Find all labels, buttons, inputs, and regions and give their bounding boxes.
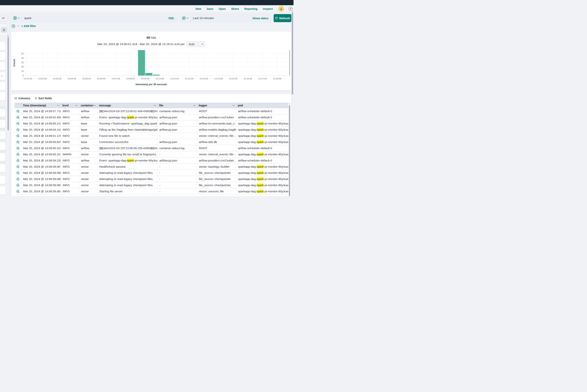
field-item-button[interactable]: [0, 153, 6, 161]
show-dates-button[interactable]: Show dates: [252, 16, 271, 20]
x-tick-label: 14:02:00: [38, 78, 47, 80]
refresh-label: Refresh: [279, 16, 290, 20]
date-picker: Last 18 minutes Show dates: [180, 14, 271, 22]
expand-row-button[interactable]: [14, 164, 22, 170]
column-header-logger[interactable]: logger: [197, 103, 236, 108]
expand-row-button[interactable]: [14, 176, 22, 182]
field-item-button[interactable]: [0, 62, 6, 70]
cell-level: INFO: [61, 158, 79, 164]
cell-container: vector: [79, 151, 98, 157]
field-item-button[interactable]: [0, 186, 6, 195]
field-item-button[interactable]: [0, 109, 6, 117]
inspect-document-icon: [16, 146, 20, 150]
field-item-button[interactable]: [0, 120, 6, 128]
query-language-button[interactable]: DQL: [168, 16, 177, 20]
field-item-button[interactable]: ×: [0, 72, 6, 80]
sidebar-scrollbar-arrow[interactable]: [8, 35, 9, 36]
sidebar-scrollbar[interactable]: [8, 37, 9, 130]
columns-button[interactable]: Columns: [14, 97, 30, 100]
refresh-button[interactable]: Refresh: [274, 14, 292, 22]
page-scrollbar[interactable]: [292, 13, 293, 94]
table-row: Mar 20, 2024 @ 14:09:52.408INFOairflowEv…: [14, 114, 288, 120]
field-item-button[interactable]: [0, 52, 6, 60]
expand-row-button[interactable]: [14, 133, 22, 139]
x-tick-label: 14:14:00: [214, 78, 223, 80]
field-item-button[interactable]: [0, 92, 6, 100]
add-filter-button[interactable]: + Add filter: [22, 24, 36, 28]
column-header-time[interactable]: Time (timestamp): [22, 103, 61, 108]
topnav-link-open[interactable]: Open: [218, 7, 226, 10]
topnav-link-save[interactable]: Save: [207, 7, 213, 10]
highlighted-term: spark: [257, 165, 264, 168]
cell-logger: vector::internal_events::file::…: [197, 133, 236, 139]
field-item-button[interactable]: [0, 176, 6, 184]
expand-row-button[interactable]: [14, 170, 22, 176]
field-item-button[interactable]: [0, 131, 6, 139]
topnav-link-reporting[interactable]: Reporting: [244, 7, 258, 10]
page-scrollbar-arrow[interactable]: [292, 11, 293, 12]
cell-level: INFO: [61, 164, 79, 170]
expand-row-button[interactable]: [14, 158, 22, 164]
cell-container: vector: [79, 170, 98, 176]
column-header-container[interactable]: container: [79, 103, 98, 108]
expand-row-button[interactable]: [14, 188, 22, 194]
cell-logger: vector::internal_events::file::…: [197, 151, 236, 157]
help-icon[interactable]: ?: [288, 7, 293, 11]
highlighted-term: spark: [257, 177, 264, 180]
inspect-document-icon: [16, 190, 20, 193]
time-range-value[interactable]: Last 18 minutes: [190, 16, 252, 20]
search-input[interactable]: [22, 16, 168, 20]
field-item-button[interactable]: [0, 82, 6, 90]
table-scrollbar-arrow[interactable]: [289, 103, 290, 104]
cell-pod: airflow-scheduler-default-0: [236, 145, 288, 151]
expand-row-button[interactable]: [14, 139, 22, 145]
expand-row-button[interactable]: [14, 108, 22, 114]
field-item-button[interactable]: [0, 142, 6, 150]
cell-time: Mar 20, 2024 @ 14:09:00.101: [22, 151, 61, 157]
cell-container: airflow: [79, 158, 98, 164]
expand-row-button[interactable]: [14, 151, 22, 157]
expand-row-button[interactable]: [14, 114, 22, 120]
hits-count: 66: [146, 36, 150, 40]
filter-menu-icon[interactable]: [12, 24, 15, 28]
histogram-bar[interactable]: [153, 74, 160, 76]
expand-row-button[interactable]: [14, 145, 22, 151]
query-toolbar: DQL Last 18 minutes Show dates Refresh: [11, 14, 292, 22]
topnav-link-share[interactable]: Share: [231, 7, 239, 10]
chevron-down-icon: [75, 105, 78, 106]
expand-row-button[interactable]: [14, 182, 22, 188]
cell-logger: ROOT: [197, 145, 236, 151]
column-header-file[interactable]: file: [158, 103, 197, 108]
cell-pod: sparkapp-dag-spark-pi-monitor-80y3uw09: [236, 182, 288, 188]
saved-query-menu-button[interactable]: [11, 14, 22, 22]
cell-message: Found new file to watch.: [98, 133, 158, 139]
histogram-bar[interactable]: [145, 73, 152, 76]
date-quick-menu-button[interactable]: [180, 14, 190, 22]
column-header-message[interactable]: message: [98, 103, 158, 108]
column-header-pod[interactable]: pod: [236, 103, 288, 108]
cell-container: base: [79, 139, 98, 145]
topnav-link-new[interactable]: New: [196, 7, 202, 10]
cell-file: -: [158, 133, 197, 139]
expand-row-button[interactable]: [14, 126, 22, 132]
table-scrollbar[interactable]: [289, 105, 290, 196]
highlighted-term: spark: [257, 140, 264, 144]
sort-fields-button[interactable]: Sort fields: [35, 97, 52, 100]
chevron-down-icon: [18, 18, 20, 19]
log-table: Time (timestamp)levelcontainermessagefil…: [14, 103, 288, 196]
chevron-down-icon: [94, 105, 96, 106]
field-item-button[interactable]: [0, 42, 6, 50]
topnav-link-inspect[interactable]: Inspect: [263, 7, 273, 10]
x-tick-label: 14:16:00: [244, 78, 252, 80]
sidebar-collapse-button[interactable]: [0, 15, 8, 22]
histogram-bar[interactable]: [138, 50, 145, 76]
hits-histogram-chart[interactable]: 0102030405014:01:0014:02:0014:03:0014:04…: [11, 48, 292, 82]
interval-select[interactable]: Auto: [186, 41, 205, 47]
avatar[interactable]: a: [278, 6, 284, 12]
field-item-button[interactable]: [0, 164, 6, 172]
column-header-level[interactable]: level: [61, 103, 79, 108]
expand-row-button[interactable]: [14, 120, 22, 126]
table-row: Mar 20, 2024 @ 14:09:00.315INFOairflow[⊠…: [14, 145, 288, 151]
filter-separator: [17, 26, 20, 26]
cell-container: airflow: [79, 108, 98, 114]
